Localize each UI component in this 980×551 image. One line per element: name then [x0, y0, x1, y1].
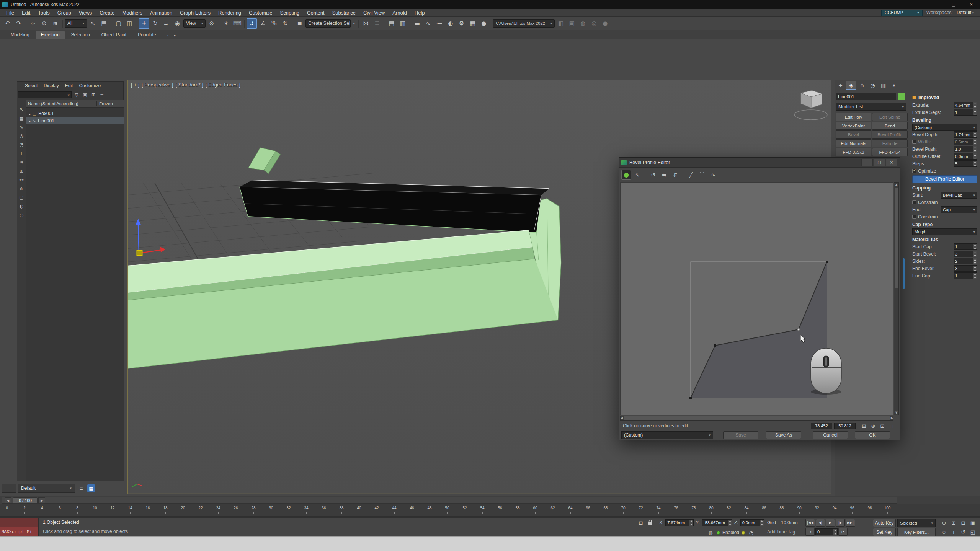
column-name[interactable]: Name (Sorted Ascending) [26, 101, 96, 106]
profile-canvas[interactable] [620, 182, 893, 415]
dialog-button[interactable]: Save [723, 431, 758, 439]
menu-item[interactable]: Help [411, 9, 429, 16]
explorer-settings-icon[interactable]: ≡ [98, 91, 105, 98]
previous-frame-arrow[interactable]: ◀ [5, 497, 11, 504]
ribbon-toggle-icon[interactable]: ▬ [412, 18, 422, 29]
snaps-toggle-icon[interactable]: 3 [247, 18, 257, 29]
modifier-button[interactable]: Edit Poly [836, 113, 871, 121]
menu-item[interactable]: Views [75, 9, 96, 16]
layer-list-icon[interactable]: ≣ [77, 484, 85, 492]
set-key-button[interactable]: Set Key [873, 528, 896, 536]
modifier-button[interactable]: VertexPaint [836, 122, 871, 130]
pan-icon[interactable]: ⊞ [860, 422, 868, 430]
auto-key-button[interactable]: Auto Key [873, 519, 896, 527]
menu-item[interactable]: Group [54, 9, 75, 16]
time-slider-grip[interactable]: 0 / 100 [13, 497, 38, 504]
clear-search-icon[interactable]: × [67, 93, 70, 97]
tab-motion[interactable]: ◔ [867, 81, 878, 90]
ribbon-caret-icon[interactable]: ▾ [171, 32, 179, 39]
transform-gizmo-toggle-icon[interactable]: ⊡ [637, 519, 645, 527]
se-lights-filter-icon[interactable]: ◎ [18, 132, 25, 139]
zoom-region-icon[interactable]: ◻ [887, 422, 896, 430]
panel-scrollbar[interactable] [903, 258, 905, 289]
param-spinner-field[interactable]: 0.5mm [954, 139, 977, 145]
render-production-icon[interactable]: ● [479, 18, 489, 29]
param-spinner-field[interactable]: 1 [954, 243, 977, 250]
se-misc-filter-icon[interactable]: ○ [18, 212, 25, 218]
angle-snap-icon[interactable]: ∠ [258, 18, 268, 29]
select-and-link-icon[interactable]: ∞ [28, 18, 38, 29]
render-flyout-icon[interactable]: ◎ [589, 18, 599, 29]
param-spinner-field[interactable]: 5 [954, 160, 977, 167]
maximize-viewport-icon[interactable]: ◱ [968, 528, 977, 536]
scene-explorer-menu[interactable]: Edit [62, 83, 76, 88]
keyboard-override-icon[interactable]: ⌨ [232, 18, 242, 29]
modifier-button[interactable]: FFD 4x4x4 [872, 148, 908, 156]
profile-shape[interactable] [691, 262, 827, 398]
select-object-icon[interactable]: ↖ [88, 18, 98, 29]
filter-icon[interactable]: ▽ [73, 91, 80, 98]
select-and-rotate-icon[interactable]: ↻ [150, 18, 160, 29]
isolate-toggle-icon[interactable]: ▦ [87, 484, 95, 492]
add-time-tag[interactable]: Add Time Tag [767, 529, 795, 535]
preset-dropdown[interactable]: (Custom) [621, 431, 713, 439]
modifier-list-dropdown[interactable]: Modifier List [836, 103, 906, 111]
zoom-extents-all-icon[interactable]: ▣ [968, 519, 977, 527]
lighting-analysis-icon[interactable]: ▣ [567, 18, 577, 29]
spinner-arrows[interactable] [973, 266, 977, 271]
param-dropdown[interactable]: (Custom) [912, 124, 977, 131]
select-and-scale-icon[interactable]: ▱ [161, 18, 172, 29]
bind-to-spacewarp-icon[interactable]: ≋ [50, 18, 60, 29]
modifier-button[interactable]: Bevel [836, 130, 871, 139]
scene-explorer-toggle-icon[interactable]: ▤ [386, 18, 397, 29]
maxscript-mini-listener[interactable]: MAXScript Mi [0, 518, 39, 537]
se-spacewarps-filter-icon[interactable]: ≋ [18, 159, 25, 166]
mirror-icon[interactable]: ⋈ [361, 18, 371, 29]
go-to-end-button[interactable]: ▶▶| [846, 519, 855, 527]
timeline-ruler[interactable]: 0246810121416182022242628303234363840424… [0, 504, 980, 517]
scene-explorer-menu[interactable]: Display [41, 83, 62, 88]
se-materials-filter-icon[interactable]: ◐ [18, 203, 25, 210]
selection-set-dropdown[interactable]: Selected [897, 519, 936, 527]
layer-explorer-toggle-icon[interactable]: ▥ [397, 18, 408, 29]
ribbon-tab[interactable]: Populate [132, 31, 161, 39]
degradation-icon[interactable]: ◍ [707, 529, 714, 536]
named-selection-sets-field[interactable]: Create Selection Sel [305, 19, 351, 28]
ribbon-pin-icon[interactable]: ▭ [162, 32, 171, 39]
render-setup-icon[interactable]: ⚙ [456, 18, 467, 29]
percent-snap-icon[interactable]: % [269, 18, 279, 29]
dialog-button[interactable]: OK [855, 431, 890, 439]
spinner-arrows[interactable] [973, 258, 977, 264]
menu-item[interactable]: Customize [245, 9, 276, 16]
visibility-icon[interactable] [29, 111, 31, 116]
layout-preset-dropdown[interactable]: Default [18, 484, 75, 493]
modifier-button[interactable]: Edit Normals [836, 139, 871, 147]
y-coordinate-field[interactable]: -58.667mm [702, 519, 732, 526]
bezier-point-icon[interactable]: ⌒ [697, 170, 707, 180]
time-slider-track[interactable] [2, 497, 897, 504]
select-tool-icon[interactable]: ↖ [632, 170, 642, 180]
isolate-selection-icon[interactable]: ◧ [555, 18, 566, 29]
spinner-arrows[interactable] [973, 244, 977, 249]
redo-icon[interactable]: ↷ [13, 18, 24, 29]
modifier-button[interactable]: Extrude [872, 139, 908, 147]
undo-icon[interactable]: ↺ [648, 170, 658, 180]
param-spinner-field[interactable]: 2 [954, 258, 977, 264]
modifier-button[interactable]: Edit Spline [872, 113, 908, 121]
modifier-button[interactable]: FFD 3x3x3 [836, 148, 871, 156]
arnold-render-icon[interactable]: ● [600, 18, 610, 29]
spinner-arrows[interactable] [973, 139, 977, 145]
spinner-snap-icon[interactable]: ⇅ [280, 18, 290, 29]
reference-coordinate-dropdown[interactable]: View [183, 19, 206, 28]
se-helpers-filter-icon[interactable]: + [18, 150, 25, 157]
spinner-arrows[interactable] [973, 273, 977, 279]
spinner-arrows[interactable] [973, 109, 977, 115]
vertical-scrollbar[interactable]: ▲▼ [894, 182, 899, 415]
time-configuration-icon[interactable]: ◔ [838, 528, 848, 536]
scene-explorer-row[interactable]: Line001 — [26, 117, 124, 124]
workspace-value-dropdown[interactable]: Default [957, 10, 974, 15]
se-geometry-filter-icon[interactable]: ▦ [18, 115, 25, 122]
spinner-arrows[interactable] [973, 102, 977, 108]
object-name-field[interactable]: Line001 [836, 93, 896, 100]
se-groups-filter-icon[interactable]: ⊞ [18, 168, 25, 174]
